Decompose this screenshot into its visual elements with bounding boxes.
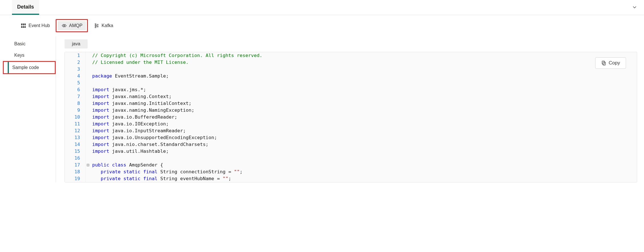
line-number: 5 <box>65 80 85 86</box>
code-keyword: static <box>123 176 140 181</box>
copy-icon <box>601 60 606 66</box>
subtab-kafka-label: Kafka <box>102 23 113 28</box>
line-number: 18 <box>65 168 85 175</box>
svg-point-13 <box>97 26 98 27</box>
code-string: "" <box>234 169 240 174</box>
code-keyword: public <box>92 162 109 168</box>
svg-point-12 <box>97 24 98 25</box>
svg-rect-3 <box>21 27 22 27</box>
line-number: 3 <box>65 66 85 73</box>
amqp-highlight-box: AMQP <box>56 19 88 32</box>
code-keyword: import <box>92 121 109 127</box>
code-text: AmqpSender { <box>126 162 163 168</box>
sidebar-item-basic[interactable]: Basic <box>3 38 56 50</box>
language-pill[interactable]: java <box>65 39 88 48</box>
code-text: connectionString = <box>180 169 234 174</box>
code-keyword: import <box>92 135 109 140</box>
code-keyword: import <box>92 128 109 133</box>
line-number: 6 <box>65 86 85 93</box>
tab-details[interactable]: Details <box>12 0 39 15</box>
copy-button-label: Copy <box>609 60 620 66</box>
subtab-amqp[interactable]: AMQP <box>58 21 86 30</box>
line-number: 17 <box>65 162 85 168</box>
line-number: 1 <box>65 52 85 59</box>
svg-line-17 <box>96 26 97 27</box>
svg-point-11 <box>95 27 96 28</box>
line-number: 7 <box>65 93 85 100</box>
svg-rect-19 <box>602 61 605 64</box>
code-text: javax.jms.*; <box>109 87 146 92</box>
line-number: 2 <box>65 59 85 66</box>
line-number: 13 <box>65 134 85 141</box>
sidebar-item-keys[interactable]: Keys <box>3 50 56 61</box>
line-number: 14 <box>65 141 85 148</box>
code-keyword: import <box>92 101 109 106</box>
line-number: 16 <box>65 155 85 162</box>
code-keyword: import <box>92 142 109 147</box>
line-number: 15 <box>65 148 85 155</box>
code-text: EventStream.Sample; <box>112 73 169 79</box>
code-text: java.io.IOException; <box>109 121 169 127</box>
code-keyword: import <box>92 114 109 120</box>
code-table: 1// Copyright (c) Microsoft Corporation.… <box>65 52 637 182</box>
header-bar: Details <box>0 0 644 15</box>
fold-toggle[interactable]: ⊟ <box>85 162 90 168</box>
event-hub-icon <box>21 23 26 29</box>
code-panel: Copy 1// Copyright (c) Microsoft Corpora… <box>65 52 637 182</box>
code-text: javax.naming.Context; <box>109 94 172 99</box>
line-number: 10 <box>65 114 85 121</box>
svg-rect-2 <box>25 24 25 25</box>
code-comment: // Copyright (c) Microsoft Corporation. … <box>92 53 262 58</box>
code-text: java.io.InputStreamReader; <box>109 128 186 133</box>
code-keyword: package <box>92 73 112 79</box>
code-keyword: import <box>92 149 109 154</box>
code-text: java.io.UnsupportedEncodingException; <box>109 135 217 140</box>
code-keyword: import <box>92 107 109 113</box>
code-keyword: final <box>143 176 158 181</box>
svg-rect-18 <box>603 62 605 65</box>
code-keyword: private <box>101 169 121 174</box>
main-area: Basic Keys Sample code java Copy 1// Cop… <box>0 36 644 182</box>
code-text: String <box>158 176 180 181</box>
code-keyword: class <box>112 162 126 168</box>
subtab-kafka[interactable]: Kafka <box>90 21 117 30</box>
svg-rect-0 <box>21 24 22 25</box>
line-number: 19 <box>65 175 85 182</box>
svg-rect-4 <box>23 27 24 27</box>
code-text: eventHubName = <box>180 176 223 181</box>
code-keyword: static <box>123 169 140 174</box>
code-text: java.nio.charset.StandardCharsets; <box>109 142 209 147</box>
code-text: java.io.BufferedReader; <box>109 114 177 120</box>
sample-code-highlight-box: Sample code <box>3 61 56 74</box>
code-text: String <box>158 169 180 174</box>
svg-point-10 <box>95 25 96 26</box>
kafka-icon <box>94 23 99 29</box>
code-text: javax.naming.InitialContext; <box>109 101 192 106</box>
collapse-chevron[interactable] <box>632 5 637 11</box>
code-string: "" <box>223 176 228 181</box>
code-keyword: private <box>101 176 121 181</box>
code-text: ; <box>228 176 231 181</box>
code-text: javax.naming.NamingException; <box>109 107 194 113</box>
line-number: 11 <box>65 121 85 127</box>
svg-rect-1 <box>23 24 24 25</box>
sidebar: Basic Keys Sample code <box>0 36 56 182</box>
code-comment: // Licensed under the MIT License. <box>92 60 189 65</box>
copy-button[interactable]: Copy <box>595 57 626 69</box>
code-keyword: final <box>143 169 158 174</box>
svg-point-9 <box>95 23 96 25</box>
code-keyword: import <box>92 87 109 92</box>
amqp-icon <box>61 23 67 29</box>
protocol-subtabs: Event Hub AMQP Kafka <box>0 15 644 36</box>
sidebar-item-sample-code[interactable]: Sample code <box>8 62 55 73</box>
subtab-event-hub-label: Event Hub <box>29 23 50 28</box>
subtab-event-hub[interactable]: Event Hub <box>17 21 53 30</box>
line-number: 4 <box>65 73 85 80</box>
line-number: 9 <box>65 107 85 114</box>
content-pane: java Copy 1// Copyright (c) Microsoft Co… <box>56 36 644 182</box>
code-text: ; <box>240 169 243 174</box>
code-text: java.util.Hashtable; <box>109 149 169 154</box>
subtab-amqp-label: AMQP <box>69 23 82 28</box>
svg-line-16 <box>96 25 97 25</box>
svg-rect-5 <box>25 27 25 27</box>
